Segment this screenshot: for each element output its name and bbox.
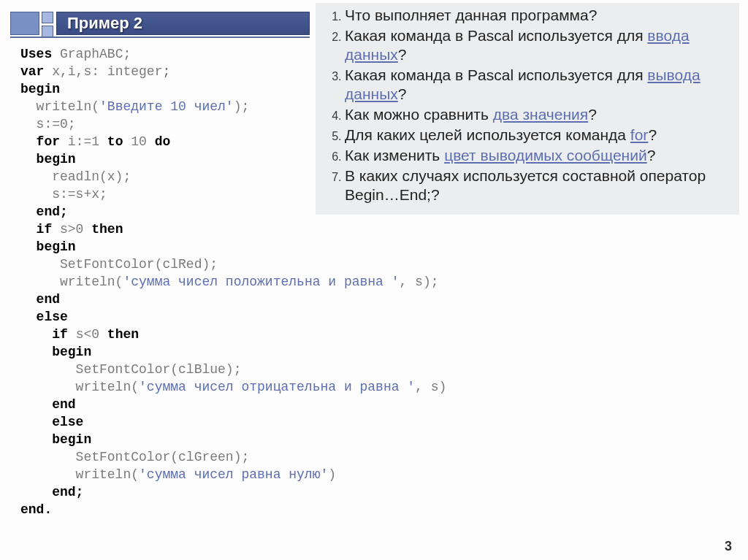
code-kw: end; <box>20 204 68 219</box>
question-item: В каких случаях используется составной о… <box>345 166 733 204</box>
code-kw: for <box>37 134 60 149</box>
code-text: writeln( <box>20 467 139 482</box>
code-text: ); <box>234 450 250 464</box>
code-text: s:=s+x; <box>20 187 107 202</box>
code-text: s<0 <box>68 327 107 342</box>
code-text: readln(x); <box>20 169 131 184</box>
q-text: ? <box>647 147 656 164</box>
code-string: 'сумма чисел отрицательна и равна ' <box>139 380 415 394</box>
code-kw: end <box>20 292 60 307</box>
code-kw: if <box>37 222 53 237</box>
code-string: 'сумма чисел положительна и равна ' <box>123 275 399 289</box>
questions-panel: Что выполняет данная программа? Какая ко… <box>316 3 739 215</box>
q-link[interactable]: for <box>630 126 649 143</box>
q-text: ? <box>398 46 407 63</box>
code-sym: ; <box>162 64 170 79</box>
code-text <box>20 134 37 149</box>
decor-square-small <box>42 12 53 23</box>
code-kw: end; <box>20 485 83 499</box>
q-link[interactable]: два значения <box>493 106 588 123</box>
q-text: Для каких целей используется команда <box>345 126 630 143</box>
code-text: ); <box>234 99 250 114</box>
code-string: 'Введите 10 чиел' <box>99 99 234 114</box>
code-kw: var <box>20 64 44 79</box>
code-kw: if <box>52 327 68 342</box>
code-text: 10 <box>123 134 154 149</box>
question-item: Какая команда в Pascal используется для … <box>345 66 733 104</box>
q-text: Как изменить <box>345 147 444 164</box>
code-text: writeln( <box>20 380 139 394</box>
code-id: GraphABC; <box>52 47 131 61</box>
q-text: Как можно сравнить <box>345 106 493 123</box>
code-text: SetFontColor( <box>20 450 178 464</box>
code-kw: begin <box>20 345 91 359</box>
question-item: Как изменить цвет выводимых сообщений? <box>345 146 733 165</box>
slide: Пример 2 Uses GraphABC; var x,i,s: integ… <box>0 0 748 560</box>
code-kw: else <box>20 415 83 429</box>
q-text: Какая команда в Pascal используется для <box>345 66 647 83</box>
code-text <box>20 327 52 342</box>
question-item: Что выполняет данная программа? <box>345 6 733 25</box>
code-kw: begin <box>20 82 60 96</box>
code-kw: else <box>20 310 68 324</box>
code-kw: end. <box>20 502 52 517</box>
code-text: SetFontColor( <box>20 362 178 377</box>
code-const: clRed <box>162 257 202 272</box>
decor-square-large <box>10 12 39 35</box>
code-text: , s) <box>415 380 446 394</box>
decor-square-col <box>42 12 53 37</box>
decor-square-small <box>42 26 53 37</box>
q-text: Какая команда в Pascal используется для <box>345 27 647 44</box>
code-kw: Uses <box>20 47 52 61</box>
question-item: Как можно сравнить два значения? <box>345 105 733 124</box>
code-text: ) <box>328 467 336 482</box>
code-text: writeln( <box>20 275 123 289</box>
q-text: В каких случаях используется составной о… <box>345 167 706 203</box>
page-number: 3 <box>725 539 732 554</box>
code-kw: then <box>91 222 123 237</box>
code-kw: then <box>107 327 139 342</box>
title-decor <box>10 12 53 35</box>
code-const: clGreen <box>178 450 234 464</box>
code-id: x,i,s: <box>44 64 107 79</box>
code-text: ); <box>202 257 218 272</box>
questions-list: Что выполняет данная программа? Какая ко… <box>323 6 733 204</box>
q-link[interactable]: цвет выводимых сообщений <box>444 147 647 164</box>
q-text: ? <box>398 85 407 102</box>
code-kw: to <box>107 134 123 149</box>
code-const: clBlue <box>178 362 226 377</box>
title-bar: Пример 2 <box>10 12 310 35</box>
code-kw: end <box>20 397 76 412</box>
code-text: SetFontColor( <box>20 257 162 272</box>
code-kw: do <box>155 134 171 149</box>
q-text: ? <box>588 106 597 123</box>
code-kw: begin <box>20 239 76 254</box>
question-item: Для каких целей используется команда for… <box>345 126 733 145</box>
slide-title: Пример 2 <box>56 12 310 35</box>
code-kw: begin <box>20 152 76 166</box>
question-item: Какая команда в Pascal используется для … <box>345 26 733 64</box>
code-text: writeln( <box>20 99 99 114</box>
code-text: , s); <box>400 275 439 289</box>
code-text <box>20 222 37 237</box>
code-text: s:=0; <box>20 117 76 131</box>
title-underline <box>10 37 310 38</box>
q-text: Что выполняет данная программа? <box>345 7 597 23</box>
code-string: 'сумма чисел равна нулю' <box>139 467 328 482</box>
code-text: s>0 <box>52 222 91 237</box>
code-kw: begin <box>20 432 91 447</box>
code-type: integer <box>107 64 163 79</box>
q-text: ? <box>648 126 657 143</box>
code-text: i:=1 <box>60 134 107 149</box>
code-text: ); <box>226 362 242 377</box>
